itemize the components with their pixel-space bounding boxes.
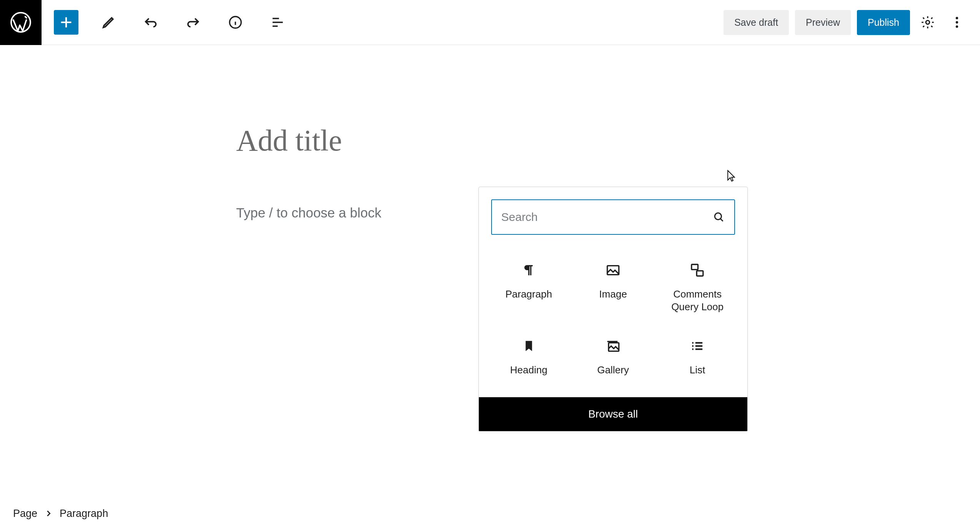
block-type-comments-query-loop[interactable]: CommentsQuery Loop (655, 258, 740, 318)
image-icon (605, 262, 621, 278)
outline-button[interactable] (265, 10, 290, 35)
inserter-search-wrapper (491, 199, 735, 235)
wordpress-logo[interactable] (0, 0, 42, 45)
inserter-search-input[interactable] (501, 211, 713, 224)
paragraph-block-placeholder[interactable]: Type / to choose a block (236, 205, 381, 221)
post-title-input[interactable]: Add title (236, 123, 342, 158)
info-icon (228, 15, 243, 30)
block-label: Image (599, 288, 627, 301)
block-type-list[interactable]: List (655, 334, 740, 381)
toolbar-right-group: Save draft Preview Publish (723, 10, 980, 35)
svg-point-5 (956, 25, 958, 28)
svg-point-2 (926, 20, 930, 24)
block-inserter-popover: Paragraph Image CommentsQuery Loop Headi… (478, 187, 748, 431)
block-type-gallery[interactable]: Gallery (571, 334, 655, 381)
inserter-block-grid: Paragraph Image CommentsQuery Loop Headi… (479, 247, 747, 397)
chevron-right-icon (44, 509, 53, 518)
list-view-icon (270, 15, 285, 30)
redo-button[interactable] (181, 10, 205, 35)
block-type-image[interactable]: Image (571, 258, 655, 318)
redo-icon (185, 15, 201, 30)
block-inserter-toggle[interactable] (54, 10, 78, 35)
block-label: List (690, 364, 705, 376)
breadcrumb-root[interactable]: Page (13, 508, 37, 520)
list-icon (690, 338, 705, 354)
svg-point-3 (956, 17, 958, 19)
block-label: CommentsQuery Loop (671, 288, 723, 313)
plus-icon (58, 15, 74, 30)
mouse-cursor-overlay (725, 169, 737, 183)
block-label: Gallery (597, 364, 629, 376)
block-breadcrumb: Page Paragraph (0, 502, 108, 525)
settings-button[interactable] (916, 11, 939, 34)
block-label: Paragraph (505, 288, 552, 301)
toolbar-left-group (42, 10, 290, 35)
details-button[interactable] (223, 10, 248, 35)
svg-point-4 (956, 21, 958, 23)
svg-rect-9 (697, 271, 703, 276)
svg-point-6 (715, 213, 721, 219)
svg-rect-8 (692, 264, 698, 269)
gear-icon (920, 15, 935, 30)
options-button[interactable] (945, 11, 968, 34)
gallery-icon (605, 338, 621, 354)
more-vertical-icon (950, 15, 964, 30)
bookmark-icon (521, 338, 537, 354)
preview-button[interactable]: Preview (795, 10, 851, 35)
edit-icon (101, 15, 116, 30)
undo-icon (143, 15, 158, 30)
undo-button[interactable] (138, 10, 163, 35)
block-type-paragraph[interactable]: Paragraph (487, 258, 571, 318)
breadcrumb-current: Paragraph (60, 508, 108, 520)
browse-all-button[interactable]: Browse all (479, 397, 747, 431)
save-draft-button[interactable]: Save draft (723, 10, 789, 35)
block-type-heading[interactable]: Heading (487, 334, 571, 381)
publish-button[interactable]: Publish (857, 10, 910, 35)
editor-canvas: Add title Type / to choose a block (0, 45, 980, 87)
wordpress-icon (9, 11, 32, 34)
tools-button[interactable] (96, 10, 121, 35)
comments-query-icon (690, 262, 705, 278)
paragraph-icon (521, 262, 537, 278)
block-label: Heading (510, 364, 547, 376)
top-toolbar: Save draft Preview Publish (0, 0, 980, 45)
search-icon (713, 211, 725, 223)
